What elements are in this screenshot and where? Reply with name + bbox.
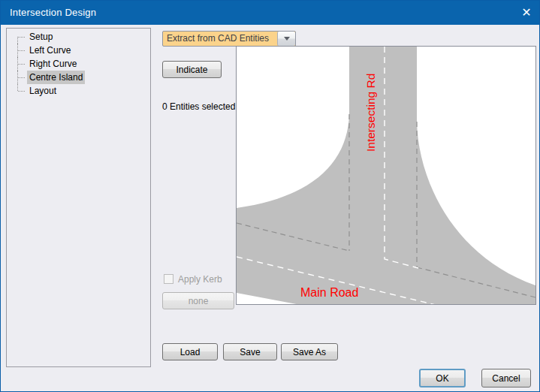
cad-preview: Intersecting Rd Main Road (236, 46, 536, 305)
entities-selected-status: 0 Entities selected (162, 101, 235, 112)
titlebar[interactable]: Intersection Design ✕ (1, 1, 539, 25)
sidebar-item-label: Right Curve (27, 57, 79, 71)
sidebar-item-centre-island[interactable]: Centre Island (7, 71, 150, 84)
dropdown-arrow-button[interactable] (277, 32, 295, 46)
indicate-button[interactable]: Indicate (162, 61, 222, 78)
extraction-mode-dropdown[interactable]: Extract from CAD Entities (162, 31, 296, 47)
sidebar-item-label: Left Curve (27, 44, 73, 57)
close-icon[interactable]: ✕ (519, 6, 534, 20)
save-button[interactable]: Save (223, 343, 277, 360)
main-road-label: Main Road (300, 286, 358, 299)
road-surface (237, 47, 535, 304)
sidebar-item-setup[interactable]: Setup (7, 30, 150, 44)
intersection-design-dialog: Intersection Design ✕ SetupLeft CurveRig… (0, 0, 540, 392)
section-tree: SetupLeft CurveRight CurveCentre IslandL… (6, 28, 151, 367)
cancel-button[interactable]: Cancel (481, 369, 531, 387)
sidebar-item-layout[interactable]: Layout (7, 84, 150, 98)
apply-kerb-label: Apply Kerb (178, 274, 222, 285)
apply-kerb-checkbox (164, 274, 173, 284)
chevron-down-icon (284, 37, 290, 41)
intersecting-road-label: Intersecting Rd (364, 74, 377, 152)
save-as-button[interactable]: Save As (281, 343, 338, 360)
load-button[interactable]: Load (162, 343, 218, 360)
sidebar-item-label: Centre Island (27, 71, 85, 84)
sidebar-item-label: Setup (27, 30, 55, 44)
sidebar-item-right-curve[interactable]: Right Curve (7, 57, 150, 71)
extraction-mode-value: Extract from CAD Entities (163, 32, 277, 46)
kerb-style-button: none (162, 292, 234, 309)
window-title: Intersection Design (10, 1, 96, 25)
sidebar-item-label: Layout (27, 84, 59, 98)
ok-button[interactable]: OK (419, 369, 466, 387)
apply-kerb-row: Apply Kerb (164, 273, 222, 285)
sidebar-item-left-curve[interactable]: Left Curve (7, 44, 150, 57)
